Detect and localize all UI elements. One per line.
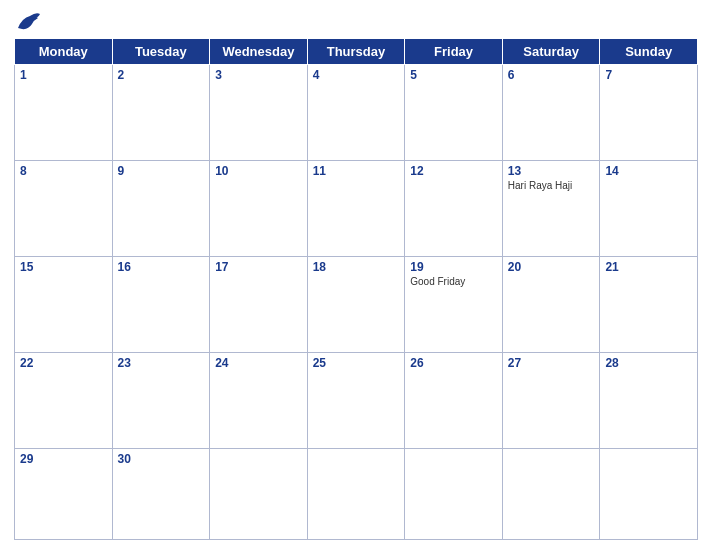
day-number: 3 <box>215 68 302 82</box>
weekday-header-monday: Monday <box>15 39 113 65</box>
day-number: 2 <box>118 68 205 82</box>
day-number: 8 <box>20 164 107 178</box>
calendar-cell: 5 <box>405 65 503 161</box>
day-number: 15 <box>20 260 107 274</box>
calendar-cell <box>307 449 405 540</box>
calendar-table: MondayTuesdayWednesdayThursdayFridaySatu… <box>14 38 698 540</box>
weekday-header-tuesday: Tuesday <box>112 39 210 65</box>
day-number: 21 <box>605 260 692 274</box>
calendar-cell: 25 <box>307 353 405 449</box>
day-number: 12 <box>410 164 497 178</box>
day-number: 5 <box>410 68 497 82</box>
calendar-cell <box>405 449 503 540</box>
calendar-cell: 30 <box>112 449 210 540</box>
calendar-cell: 13Hari Raya Haji <box>502 161 600 257</box>
day-number: 10 <box>215 164 302 178</box>
calendar-cell: 10 <box>210 161 308 257</box>
calendar-cell: 18 <box>307 257 405 353</box>
calendar-cell: 22 <box>15 353 113 449</box>
calendar-cell: 16 <box>112 257 210 353</box>
calendar-header <box>14 10 698 32</box>
calendar-cell: 20 <box>502 257 600 353</box>
holiday-label: Good Friday <box>410 276 497 287</box>
logo <box>14 10 46 32</box>
day-number: 14 <box>605 164 692 178</box>
day-number: 9 <box>118 164 205 178</box>
weekday-header-row: MondayTuesdayWednesdayThursdayFridaySatu… <box>15 39 698 65</box>
day-number: 19 <box>410 260 497 274</box>
calendar-cell: 27 <box>502 353 600 449</box>
day-number: 13 <box>508 164 595 178</box>
week-row-5: 2930 <box>15 449 698 540</box>
week-row-2: 8910111213Hari Raya Haji14 <box>15 161 698 257</box>
day-number: 6 <box>508 68 595 82</box>
weekday-header-wednesday: Wednesday <box>210 39 308 65</box>
day-number: 11 <box>313 164 400 178</box>
calendar-cell: 15 <box>15 257 113 353</box>
calendar-cell: 8 <box>15 161 113 257</box>
weekday-header-sunday: Sunday <box>600 39 698 65</box>
calendar-cell <box>600 449 698 540</box>
day-number: 29 <box>20 452 107 466</box>
calendar-cell: 29 <box>15 449 113 540</box>
weekday-header-thursday: Thursday <box>307 39 405 65</box>
day-number: 18 <box>313 260 400 274</box>
calendar-cell: 23 <box>112 353 210 449</box>
calendar-cell: 19Good Friday <box>405 257 503 353</box>
week-row-4: 22232425262728 <box>15 353 698 449</box>
calendar-cell <box>210 449 308 540</box>
logo-bird-icon <box>14 10 42 32</box>
day-number: 24 <box>215 356 302 370</box>
calendar-cell: 3 <box>210 65 308 161</box>
weekday-header-friday: Friday <box>405 39 503 65</box>
calendar-cell: 9 <box>112 161 210 257</box>
day-number: 23 <box>118 356 205 370</box>
day-number: 20 <box>508 260 595 274</box>
day-number: 30 <box>118 452 205 466</box>
day-number: 25 <box>313 356 400 370</box>
day-number: 28 <box>605 356 692 370</box>
calendar-cell: 12 <box>405 161 503 257</box>
day-number: 1 <box>20 68 107 82</box>
calendar-cell: 7 <box>600 65 698 161</box>
calendar-cell: 4 <box>307 65 405 161</box>
calendar-cell: 21 <box>600 257 698 353</box>
calendar-cell: 6 <box>502 65 600 161</box>
day-number: 22 <box>20 356 107 370</box>
calendar-cell: 11 <box>307 161 405 257</box>
calendar-cell: 24 <box>210 353 308 449</box>
day-number: 26 <box>410 356 497 370</box>
calendar-cell: 28 <box>600 353 698 449</box>
calendar-cell <box>502 449 600 540</box>
calendar-cell: 26 <box>405 353 503 449</box>
calendar-cell: 1 <box>15 65 113 161</box>
week-row-1: 1234567 <box>15 65 698 161</box>
holiday-label: Hari Raya Haji <box>508 180 595 191</box>
day-number: 27 <box>508 356 595 370</box>
calendar-cell: 17 <box>210 257 308 353</box>
weekday-header-saturday: Saturday <box>502 39 600 65</box>
calendar-cell: 2 <box>112 65 210 161</box>
day-number: 17 <box>215 260 302 274</box>
calendar-cell: 14 <box>600 161 698 257</box>
day-number: 4 <box>313 68 400 82</box>
day-number: 7 <box>605 68 692 82</box>
day-number: 16 <box>118 260 205 274</box>
week-row-3: 1516171819Good Friday2021 <box>15 257 698 353</box>
